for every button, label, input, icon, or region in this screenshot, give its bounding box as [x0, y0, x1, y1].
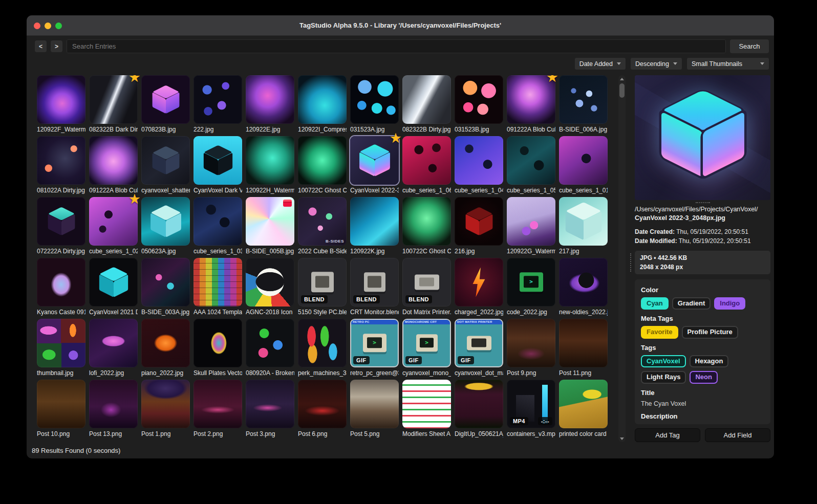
- tag-chip[interactable]: CyanVoxel: [641, 355, 686, 368]
- grid-item[interactable]: perk_machines_32p: [298, 319, 347, 377]
- grid-item[interactable]: DOT MATRIX PRINTERGIFcyanvoxel_dot_mat: [455, 319, 503, 377]
- thumbnail[interactable]: BLEND: [298, 258, 347, 306]
- thumbnail[interactable]: [350, 197, 399, 246]
- thumbnail[interactable]: RETRO PC>GIF: [350, 319, 399, 367]
- grid-item[interactable]: Post 3.png: [246, 380, 294, 437]
- thumbnail[interactable]: ★: [507, 75, 555, 124]
- thumbnail[interactable]: [246, 319, 294, 367]
- grid-item[interactable]: 216.jpg: [455, 197, 503, 255]
- scroll-down-button[interactable]: [618, 435, 626, 442]
- grid-item[interactable]: BLENDCRT Monitor.blend: [350, 258, 399, 316]
- add-field-button[interactable]: Add Field: [705, 428, 770, 442]
- grid-item[interactable]: 217.jpg: [559, 197, 608, 255]
- thumbnail[interactable]: [193, 258, 242, 306]
- thumbnail[interactable]: [455, 136, 503, 185]
- grid-item[interactable]: printed color card i: [559, 380, 608, 437]
- tag-chip[interactable]: Light Rays: [641, 371, 686, 384]
- thumbnail[interactable]: BLEND: [350, 258, 399, 306]
- thumbnail[interactable]: ★: [89, 75, 138, 124]
- thumbnail[interactable]: [507, 136, 555, 185]
- thumbnail[interactable]: [193, 136, 242, 185]
- grid-item[interactable]: MONOCHROME CRT>GIFcyanvoxel_mono_cr: [402, 319, 451, 377]
- tag-chip[interactable]: Profile Picture: [682, 326, 738, 339]
- thumbnail[interactable]: [193, 197, 242, 246]
- thumbnail[interactable]: [402, 380, 451, 428]
- thumbnail[interactable]: [141, 136, 190, 185]
- thumbnail[interactable]: ★: [350, 136, 399, 185]
- thumbnail[interactable]: DOT MATRIX PRINTERGIF: [455, 319, 503, 367]
- thumbnail[interactable]: [298, 136, 347, 185]
- grid-item[interactable]: 050623A.jpg: [141, 197, 190, 255]
- drag-handle-icon[interactable]: [630, 253, 632, 272]
- scrollbar-track[interactable]: [618, 82, 626, 435]
- grid-item[interactable]: B-SIDE_003A.jpg: [141, 258, 190, 316]
- thumbnail[interactable]: [298, 75, 347, 124]
- grid-item[interactable]: 120922F_Watermark: [37, 75, 85, 133]
- grid-item[interactable]: 100722C Ghost Cut: [298, 136, 347, 194]
- grid-item[interactable]: Post 2.png: [193, 380, 242, 437]
- grid-item[interactable]: AAA 1024 Template: [193, 258, 242, 316]
- grid-item[interactable]: 120922G_Watermar: [507, 197, 555, 255]
- thumbnail[interactable]: [402, 75, 451, 124]
- thumbnail[interactable]: [559, 319, 608, 367]
- grid-item[interactable]: DigItUp_050621A_5: [455, 380, 503, 437]
- grid-item[interactable]: Post 5.png: [350, 380, 399, 437]
- grid-item[interactable]: Post 11.png: [559, 319, 608, 377]
- thumbnail[interactable]: [141, 75, 190, 124]
- thumbnail[interactable]: [37, 136, 85, 185]
- grid-item[interactable]: Post 1.png: [141, 380, 190, 437]
- grid-item[interactable]: 120922E.jpg: [246, 75, 294, 133]
- thumbnail[interactable]: BLEND: [402, 258, 451, 306]
- grid-item[interactable]: ★091222A Blob Cube: [507, 75, 555, 133]
- grid-item[interactable]: cube_series_1_01.j: [559, 136, 608, 194]
- grid-item[interactable]: B-SIDES2022 Cube B-Sides: [298, 197, 347, 255]
- thumbnail[interactable]: [246, 197, 294, 246]
- back-button[interactable]: <: [35, 40, 47, 52]
- thumbnail[interactable]: [507, 319, 555, 367]
- thumbnail[interactable]: [559, 197, 608, 246]
- grid-item[interactable]: cube_series_1_04.j: [455, 136, 503, 194]
- file-path[interactable]: /Users/cyanvoxel/Files/Projects/CyanVoxe…: [635, 205, 770, 223]
- thumbnail[interactable]: [298, 319, 347, 367]
- forward-button[interactable]: >: [51, 40, 62, 52]
- grid-item[interactable]: 080920A - Broken I: [246, 319, 294, 377]
- thumbnail[interactable]: [455, 197, 503, 246]
- grid-item[interactable]: 031523A.jpg: [350, 75, 399, 133]
- thumbnail[interactable]: [193, 75, 242, 124]
- grid-item[interactable]: Post 9.png: [507, 319, 555, 377]
- grid-item[interactable]: 082322B Dirty.jpg: [402, 75, 451, 133]
- grid-item[interactable]: AGNC-2018 Icon Lo: [246, 258, 294, 316]
- preview-image[interactable]: [635, 75, 770, 200]
- sort-order-dropdown[interactable]: Descending: [631, 58, 682, 70]
- thumbnail[interactable]: [455, 380, 503, 428]
- grid-item[interactable]: Kyanos Caste 0910: [37, 258, 85, 316]
- thumbnail[interactable]: [455, 258, 503, 306]
- scrollbar-thumb[interactable]: [619, 83, 625, 98]
- search-button[interactable]: Search: [730, 39, 769, 53]
- tag-chip[interactable]: Cyan: [641, 297, 669, 310]
- thumbnail[interactable]: [89, 380, 138, 428]
- thumbnail[interactable]: ★: [89, 197, 138, 246]
- grid-item[interactable]: cube_series_1_03.j: [193, 197, 242, 255]
- thumbnail[interactable]: B-SIDES: [298, 197, 347, 246]
- grid-item[interactable]: 100722C Ghost Cut: [402, 197, 451, 255]
- grid-item[interactable]: charged_2022.jpg: [455, 258, 503, 316]
- tag-chip[interactable]: Hexagon: [690, 355, 729, 368]
- grid-item[interactable]: Modifiers Sheet A v: [402, 380, 451, 437]
- tag-chip[interactable]: Gradient: [672, 297, 711, 310]
- grid-item[interactable]: BLENDDot Matrix Printer.b: [402, 258, 451, 316]
- thumbnail[interactable]: [193, 380, 242, 428]
- thumbnail[interactable]: [350, 75, 399, 124]
- thumbnail[interactable]: [141, 197, 190, 246]
- thumbnail[interactable]: [193, 319, 242, 367]
- grid-scrollbar[interactable]: [618, 75, 626, 442]
- thumbnail[interactable]: [246, 380, 294, 428]
- thumbnail[interactable]: [37, 319, 85, 367]
- grid-item[interactable]: 031523B.jpg: [455, 75, 503, 133]
- grid-item[interactable]: 120922K.jpg: [350, 197, 399, 255]
- thumbnail[interactable]: [89, 258, 138, 306]
- thumbnail[interactable]: [37, 258, 85, 306]
- thumbnail[interactable]: [141, 380, 190, 428]
- thumbnail[interactable]: [350, 380, 399, 428]
- grid-item[interactable]: Post 13.png: [89, 380, 138, 437]
